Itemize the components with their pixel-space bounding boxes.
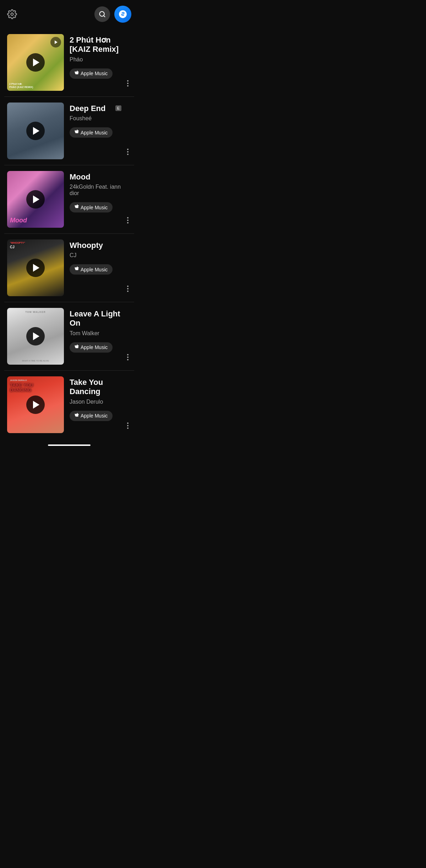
apple-music-badge-1[interactable]: Apple Music [70, 68, 113, 79]
song-title-1: 2 Phút Hơn [KAIZ Remix] [70, 35, 131, 54]
song-info-3: Mood 24kGoldn Feat. iann dior Apple Musi… [70, 171, 131, 212]
song-artist-6: Jason Derulo [70, 399, 131, 405]
tom-walker-bottom-text: WHAT A TIME TO BE ALIVE [7, 360, 64, 362]
apple-music-label-6: Apple Music [81, 413, 108, 419]
song-artist-3: 24kGoldn Feat. iann dior [70, 184, 131, 197]
apple-music-label-2: Apple Music [81, 130, 108, 136]
song-info-6: Take You Dancing Jason Derulo Apple Musi… [70, 376, 131, 421]
song-item-1: 2 Phút hơnPHÁO (KAIZ REMIX) 2 Phút Hơn [… [4, 28, 134, 97]
song-item-5: TOM WALKER WHAT A TIME TO BE ALIVE Leave… [4, 302, 134, 371]
shazam-button[interactable] [114, 6, 131, 23]
play-button-6[interactable] [26, 396, 45, 414]
apple-icon-6 [75, 413, 79, 419]
take-you-dancing-art-text: TAKE YOUDANCING [10, 383, 33, 393]
more-button-6[interactable] [124, 421, 131, 430]
apple-icon-2 [75, 129, 79, 136]
album-art-4[interactable]: "WHOOPTY" CJ [7, 239, 64, 296]
song-item-6: JASON DERULO TAKE YOUDANCING Take You Da… [4, 371, 134, 439]
song-artist-2: Fousheé [70, 115, 131, 122]
song-title-3: Mood [70, 172, 131, 182]
jason-derulo-label: JASON DERULO [10, 379, 27, 381]
song-title-4: Whoopty [70, 241, 131, 250]
album-art-2[interactable] [7, 103, 64, 159]
apple-music-badge-4[interactable]: Apple Music [70, 264, 113, 275]
apple-icon-1 [75, 71, 79, 77]
song-item-4: "WHOOPTY" CJ Whoopty CJ Apple Music [4, 234, 134, 302]
more-button-5[interactable] [124, 353, 131, 362]
more-button-2[interactable] [124, 147, 131, 156]
song-artist-4: CJ [70, 252, 131, 259]
header-right [94, 6, 131, 23]
play-button-2[interactable] [26, 122, 45, 140]
search-button[interactable] [94, 6, 110, 22]
song-item-2: Deep End Fousheé Apple Music E [4, 97, 134, 165]
apple-icon-5 [75, 344, 79, 350]
whoopty-cj: CJ [10, 245, 15, 249]
apple-music-label-3: Apple Music [81, 205, 108, 210]
explicit-badge-2: E [115, 105, 121, 111]
song-title-6: Take You Dancing [70, 378, 131, 397]
more-button-3[interactable] [124, 216, 131, 225]
svg-line-2 [104, 16, 105, 17]
song-info-5: Leave A Light On Tom Walker Apple Music [70, 308, 131, 353]
album-art-6[interactable]: JASON DERULO TAKE YOUDANCING [7, 376, 64, 433]
apple-music-badge-2[interactable]: Apple Music [70, 127, 113, 138]
home-indicator [48, 444, 91, 446]
more-button-1[interactable] [124, 79, 131, 88]
song-item-3: Mood Mood 24kGoldn Feat. iann dior Apple… [4, 165, 134, 234]
home-indicator-container [0, 439, 138, 447]
apple-music-label-4: Apple Music [81, 267, 108, 272]
more-button-4[interactable] [124, 284, 131, 293]
play-button-1[interactable] [26, 53, 45, 72]
svg-point-0 [11, 13, 13, 16]
song-title-5: Leave A Light On [70, 309, 131, 328]
song-title-2: Deep End [70, 104, 131, 113]
tom-walker-top-text: TOM WALKER [7, 311, 64, 313]
song-artist-5: Tom Walker [70, 330, 131, 337]
settings-button[interactable] [7, 9, 17, 19]
apple-icon-4 [75, 266, 79, 272]
album-art-1[interactable]: 2 Phút hơnPHÁO (KAIZ REMIX) [7, 34, 64, 91]
mood-art-text: Mood [10, 217, 27, 224]
whoopty-quote: "WHOOPTY" [10, 242, 25, 244]
apple-icon-3 [75, 204, 79, 210]
song-list: 2 Phút hơnPHÁO (KAIZ REMIX) 2 Phút Hơn [… [0, 28, 138, 439]
apple-music-badge-6[interactable]: Apple Music [70, 411, 113, 421]
apple-music-label-5: Apple Music [81, 344, 108, 350]
song-info-4: Whoopty CJ Apple Music [70, 239, 131, 275]
song-info-1: 2 Phút Hơn [KAIZ Remix] Pháo Apple Music [70, 34, 131, 79]
play-button-3[interactable] [26, 190, 45, 209]
song-info-2: Deep End Fousheé Apple Music [70, 103, 131, 138]
header [0, 0, 138, 28]
art-text-1: 2 Phút hơnPHÁO (KAIZ REMIX) [9, 82, 33, 89]
apple-music-badge-5[interactable]: Apple Music [70, 342, 113, 353]
apple-music-label-1: Apple Music [81, 71, 108, 76]
apple-music-badge-3[interactable]: Apple Music [70, 202, 113, 212]
header-left [7, 9, 17, 19]
album-art-3[interactable]: Mood [7, 171, 64, 228]
song-artist-1: Pháo [70, 56, 131, 63]
play-button-4[interactable] [26, 259, 45, 277]
album-art-5[interactable]: TOM WALKER WHAT A TIME TO BE ALIVE [7, 308, 64, 365]
play-button-5[interactable] [26, 327, 45, 345]
